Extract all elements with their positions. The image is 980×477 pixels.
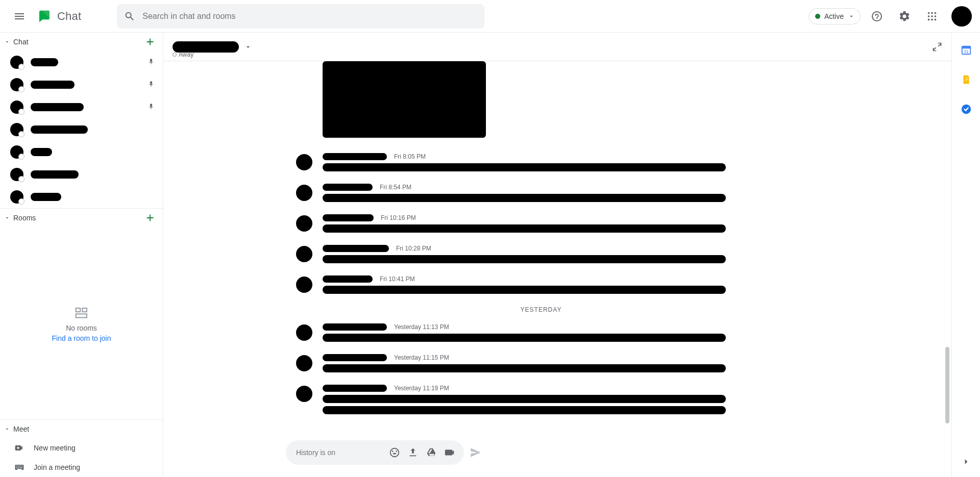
svg-point-3 xyxy=(928,15,930,17)
avatar xyxy=(10,168,23,181)
conversation-presence: Away xyxy=(173,51,193,58)
side-panel: 31 xyxy=(951,33,980,477)
send-button[interactable] xyxy=(469,446,482,459)
message-avatar[interactable] xyxy=(296,154,312,170)
message-scroll-area[interactable]: Fri 8:05 PMFri 8:54 PMFri 10:16 PMFri 10… xyxy=(163,61,951,434)
video-meet-button[interactable] xyxy=(440,443,459,462)
message-sender xyxy=(323,245,389,252)
message: Fri 10:41 PM xyxy=(286,275,796,297)
chat-conversation-item[interactable] xyxy=(0,51,163,73)
contact-name xyxy=(31,103,84,111)
compose-box[interactable] xyxy=(286,440,464,465)
rooms-empty-state: No rooms Find a room to join xyxy=(0,227,163,419)
message-avatar[interactable] xyxy=(296,185,312,201)
presence-away-label: Away xyxy=(179,51,193,58)
search-input[interactable] xyxy=(142,12,477,21)
section-header-rooms[interactable]: Rooms xyxy=(0,209,163,227)
section-header-chat[interactable]: Chat xyxy=(0,33,163,51)
pin-icon xyxy=(148,81,156,89)
presence-status-label: Active xyxy=(824,12,844,20)
keyboard-icon xyxy=(14,462,24,472)
account-avatar[interactable] xyxy=(951,6,972,27)
svg-rect-9 xyxy=(76,308,80,312)
message-avatar[interactable] xyxy=(296,277,312,293)
image-attachment[interactable] xyxy=(323,61,486,138)
message-avatar[interactable] xyxy=(296,215,312,232)
rooms-section: Rooms No rooms Find a room to join xyxy=(0,208,163,420)
meet-action-item[interactable]: New meeting xyxy=(0,438,163,458)
chat-conversation-item[interactable] xyxy=(0,186,163,208)
drive-button[interactable] xyxy=(422,443,440,462)
message-text xyxy=(323,224,726,233)
message-text xyxy=(323,255,726,263)
section-label: Chat xyxy=(13,38,29,46)
meet-section: Meet New meetingJoin a meeting xyxy=(0,420,163,477)
contact-name xyxy=(31,58,58,66)
calendar-addon-button[interactable]: 31 xyxy=(956,40,976,60)
message-timestamp: Yesterday 11:19 PM xyxy=(394,385,449,392)
svg-rect-11 xyxy=(76,314,86,317)
chat-conversation-item[interactable] xyxy=(0,141,163,163)
upload-button[interactable] xyxy=(404,443,422,462)
message-sender xyxy=(323,153,387,160)
help-button[interactable] xyxy=(866,5,888,28)
message-avatar[interactable] xyxy=(296,324,312,341)
presence-status-chip[interactable]: Active xyxy=(808,8,861,24)
section-header-meet[interactable]: Meet xyxy=(0,420,163,438)
conversation-pane: Away Fri 8:05 PMFri 8:54 PMFri 10:16 PMF… xyxy=(163,33,951,477)
scrollbar-thumb[interactable] xyxy=(945,347,949,423)
svg-point-4 xyxy=(931,15,933,17)
chat-conversation-item[interactable] xyxy=(0,73,163,96)
chat-conversation-item[interactable] xyxy=(0,118,163,141)
message: Fri 8:05 PM xyxy=(286,153,796,174)
message-text xyxy=(323,395,726,403)
avatar xyxy=(10,190,23,204)
video-plus-icon xyxy=(14,443,24,453)
chat-conversation-item[interactable] xyxy=(0,96,163,118)
section-label: Rooms xyxy=(13,214,36,222)
svg-point-5 xyxy=(935,15,937,17)
main-menu-button[interactable] xyxy=(7,4,32,29)
svg-point-6 xyxy=(928,18,930,20)
svg-rect-13 xyxy=(962,46,970,49)
message-timestamp: Fri 8:54 PM xyxy=(380,184,411,191)
caret-down-icon xyxy=(4,426,10,432)
pin-icon xyxy=(148,103,156,111)
message: Yesterday 11:13 PM xyxy=(286,323,796,345)
message-avatar[interactable] xyxy=(296,355,312,371)
new-chat-button[interactable] xyxy=(144,36,156,47)
message-timestamp: Fri 8:05 PM xyxy=(394,153,426,160)
svg-point-2 xyxy=(935,12,937,14)
meet-action-item[interactable]: Join a meeting xyxy=(0,458,163,477)
message-sender xyxy=(323,184,373,191)
google-apps-button[interactable] xyxy=(921,5,943,28)
meet-action-label: Join a meeting xyxy=(34,463,80,471)
message-text xyxy=(323,364,726,372)
svg-rect-10 xyxy=(82,308,87,312)
search-box[interactable] xyxy=(117,4,484,29)
message-avatar[interactable] xyxy=(296,386,312,402)
left-sidebar: Chat Rooms No rooms Find a room to join … xyxy=(0,33,163,477)
message-avatar[interactable] xyxy=(296,246,312,262)
message-sender xyxy=(323,323,387,331)
find-room-link[interactable]: Find a room to join xyxy=(52,334,111,342)
side-panel-toggle[interactable] xyxy=(956,451,976,472)
collapse-panel-button[interactable] xyxy=(932,42,942,52)
tasks-addon-button[interactable] xyxy=(956,99,976,119)
contact-name xyxy=(31,125,88,134)
emoji-button[interactable] xyxy=(385,443,404,462)
svg-point-8 xyxy=(935,18,937,20)
conversation-menu-button[interactable] xyxy=(244,43,252,51)
chat-conversation-item[interactable] xyxy=(0,163,163,186)
message-text xyxy=(323,406,726,414)
settings-button[interactable] xyxy=(893,5,916,28)
message-sender xyxy=(323,214,374,221)
svg-point-1 xyxy=(931,12,933,14)
new-room-button[interactable] xyxy=(144,212,156,223)
message: Fri 10:28 PM xyxy=(286,245,796,266)
compose-input[interactable] xyxy=(296,448,385,457)
keep-addon-button[interactable] xyxy=(956,69,976,90)
chat-logo-icon xyxy=(37,9,52,24)
app-brand: Chat xyxy=(37,9,81,24)
contact-name xyxy=(31,148,52,156)
